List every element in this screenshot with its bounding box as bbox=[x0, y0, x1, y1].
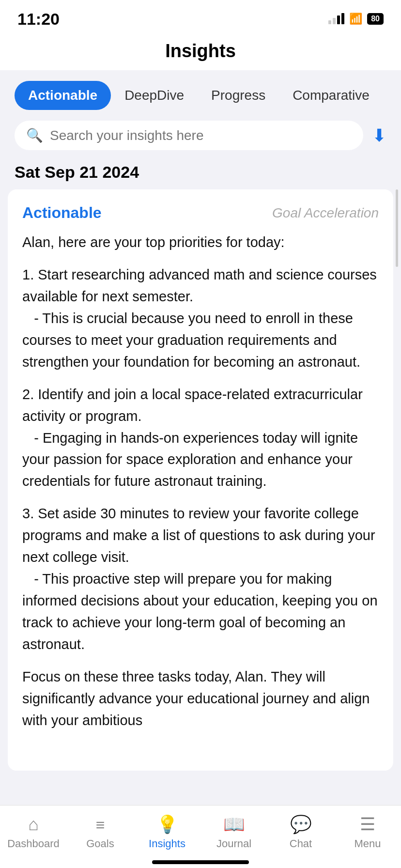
battery-indicator: 80 bbox=[367, 13, 384, 25]
nav-label-goals: Goals bbox=[86, 837, 114, 850]
nav-item-insights[interactable]: Insights bbox=[134, 814, 200, 850]
item-1: 1. Start researching advanced math and s… bbox=[22, 264, 379, 373]
home-icon bbox=[28, 814, 39, 835]
status-bar: 11:20 📶 80 bbox=[0, 0, 401, 34]
item-2: 2. Identify and join a local space-relat… bbox=[22, 384, 379, 493]
date-header: Sat Sep 21 2024 bbox=[0, 161, 401, 189]
card-header: Actionable Goal Acceleration bbox=[22, 204, 379, 222]
tab-comparative[interactable]: Comparative bbox=[279, 81, 383, 110]
nav-item-menu[interactable]: Menu bbox=[334, 814, 401, 850]
wifi-icon: 📶 bbox=[349, 13, 362, 25]
nav-item-goals[interactable]: Goals bbox=[67, 814, 134, 850]
bottom-nav: Dashboard Goals Insights Journal Chat Me… bbox=[0, 805, 401, 868]
scroll-indicator bbox=[396, 189, 398, 267]
status-icons: 📶 80 bbox=[328, 13, 384, 25]
goals-icon bbox=[96, 814, 105, 835]
page-header: Insights bbox=[0, 34, 401, 70]
tab-progress[interactable]: Progress bbox=[198, 81, 279, 110]
card-type: Actionable bbox=[22, 204, 102, 222]
nav-item-dashboard[interactable]: Dashboard bbox=[0, 814, 67, 850]
nav-item-journal[interactable]: Journal bbox=[200, 814, 267, 850]
signal-icon bbox=[328, 14, 344, 24]
download-icon[interactable]: ⬇ bbox=[372, 125, 386, 146]
insight-card: Actionable Goal Acceleration Alan, here … bbox=[8, 189, 393, 771]
nav-label-menu: Menu bbox=[354, 837, 381, 850]
item-3: 3. Set aside 30 minutes to review your f… bbox=[22, 503, 379, 655]
search-input[interactable] bbox=[50, 128, 352, 143]
content-intro: Alan, here are your top priorities for t… bbox=[22, 232, 379, 253]
search-row: 🔍 ⬇ bbox=[0, 121, 401, 161]
nav-label-insights: Insights bbox=[149, 837, 185, 850]
nav-item-chat[interactable]: Chat bbox=[267, 814, 334, 850]
journal-icon bbox=[223, 814, 245, 835]
card-footer: Focus on these three tasks today, Alan. … bbox=[22, 666, 379, 731]
home-indicator bbox=[152, 860, 249, 864]
filter-tabs: Actionable DeepDive Progress Comparative bbox=[0, 70, 401, 121]
chat-icon bbox=[290, 814, 312, 835]
tab-deepdive[interactable]: DeepDive bbox=[111, 81, 198, 110]
menu-icon bbox=[360, 814, 375, 835]
nav-label-chat: Chat bbox=[290, 837, 312, 850]
search-container: 🔍 bbox=[15, 121, 363, 150]
card-content: Alan, here are your top priorities for t… bbox=[22, 232, 379, 731]
nav-label-dashboard: Dashboard bbox=[7, 837, 60, 850]
search-icon: 🔍 bbox=[26, 127, 43, 143]
page-title: Insights bbox=[165, 41, 236, 61]
nav-label-journal: Journal bbox=[216, 837, 251, 850]
date-text: Sat Sep 21 2024 bbox=[15, 163, 139, 181]
tab-actionable[interactable]: Actionable bbox=[15, 81, 111, 110]
card-category: Goal Acceleration bbox=[272, 205, 379, 221]
insights-icon bbox=[156, 814, 178, 835]
status-time: 11:20 bbox=[17, 10, 60, 29]
